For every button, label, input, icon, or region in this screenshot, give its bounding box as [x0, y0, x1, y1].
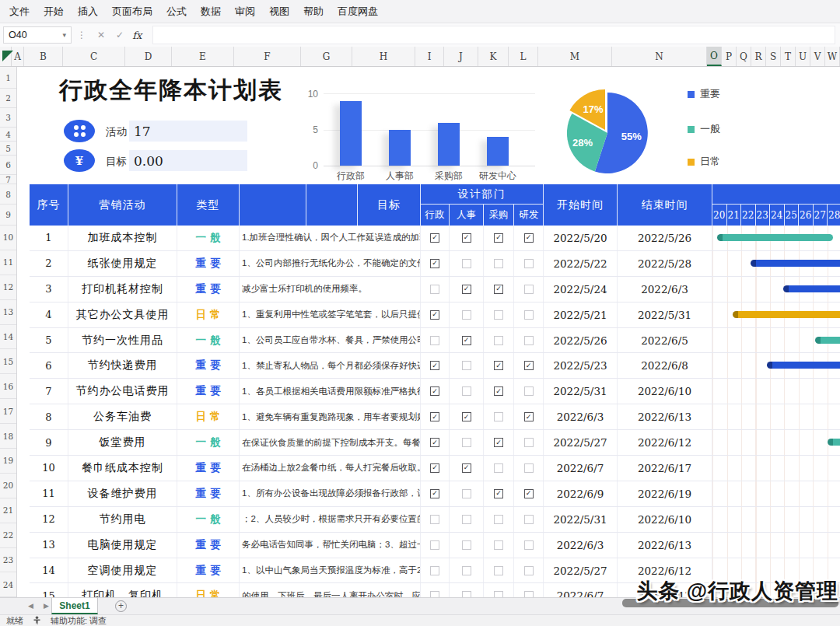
cell-dept-采购[interactable]: ✓ [484, 481, 514, 506]
cell-activity[interactable]: 餐巾纸成本控制 [68, 456, 177, 481]
cell-end-date[interactable]: 2022/6/3 [618, 277, 712, 302]
cell-goal-description[interactable]: 在保证伙食质量的前提下控制成本开支。每餐前统 [240, 430, 421, 455]
checkbox-unchecked[interactable] [430, 336, 439, 345]
row-header-11[interactable]: 11 [0, 250, 16, 275]
column-header-A[interactable]: A [12, 47, 24, 66]
checkbox-unchecked[interactable] [494, 336, 503, 345]
cell-dept-行政[interactable]: ✓ [421, 303, 450, 327]
cell-type[interactable]: 日常 [177, 303, 240, 327]
cell-activity[interactable]: 节约用电 [68, 507, 177, 532]
cancel-icon[interactable]: ✕ [97, 30, 105, 40]
row-header-18[interactable]: 18 [0, 424, 16, 449]
column-header-O[interactable]: O [707, 47, 722, 66]
checkbox-checked[interactable]: ✓ [494, 233, 503, 243]
checkbox-checked[interactable]: ✓ [494, 285, 503, 294]
menu-item-页面布局[interactable]: 页面布局 [112, 5, 152, 19]
cell-dept-采购[interactable] [484, 507, 514, 532]
cell-dept-采购[interactable] [484, 251, 514, 276]
cell-goal-description[interactable]: 1、重复利用中性笔或签字笔笔套，以后只提供笔芯 [240, 303, 421, 327]
menu-item-帮助[interactable]: 帮助 [303, 5, 324, 19]
cell-dept-研发[interactable] [514, 558, 544, 583]
cell-seq[interactable]: 14 [30, 558, 68, 583]
cell-dept-采购[interactable]: ✓ [484, 430, 514, 455]
cell-goal-description[interactable]: 1、公司员工应自带水杯、餐具，严禁使用公司一次 [240, 328, 421, 353]
cell-dept-采购[interactable] [484, 303, 514, 327]
cell-dept-采购[interactable]: ✓ [484, 379, 514, 404]
checkbox-unchecked[interactable] [524, 540, 534, 550]
cell-end-date[interactable]: 2022/6/8 [618, 353, 712, 378]
cell-seq[interactable]: 10 [30, 456, 68, 481]
checkbox-unchecked[interactable] [524, 259, 534, 268]
cell-goal-description[interactable]: ；2、人员较少时，根据需求只开有必要位置的照明 [240, 507, 421, 532]
cell-dept-人事[interactable]: ✓ [450, 277, 484, 302]
checkbox-unchecked[interactable] [494, 259, 503, 268]
column-header-Q[interactable]: Q [737, 47, 751, 66]
cell-seq[interactable]: 13 [30, 533, 68, 558]
cell-dept-研发[interactable] [514, 533, 544, 558]
row-header-22[interactable]: 22 [0, 523, 16, 548]
cell-dept-研发[interactable]: ✓ [514, 481, 544, 506]
cell-dept-采购[interactable]: ✓ [484, 277, 514, 302]
cell-goal-description[interactable]: 1、公司内部推行无纸化办公，不能确定的文件多份 [240, 251, 421, 276]
checkbox-checked[interactable]: ✓ [430, 489, 439, 498]
cell-type[interactable]: 重要 [177, 277, 240, 302]
column-header-D[interactable]: D [125, 47, 172, 66]
cell-start-date[interactable]: 2022/5/24 [544, 277, 618, 302]
row-header-17[interactable]: 17 [0, 399, 16, 424]
checkbox-checked[interactable]: ✓ [430, 361, 439, 370]
column-header-L[interactable]: L [509, 47, 538, 66]
column-header-U[interactable]: U [796, 47, 810, 66]
cell-activity[interactable]: 空调使用规定 [68, 558, 177, 583]
cell-activity[interactable]: 纸张使用规定 [68, 251, 177, 276]
cell-goal-description[interactable]: 1、避免车辆有重复跑路现象，用车者要规划好自己 [240, 404, 421, 429]
checkbox-unchecked[interactable] [462, 386, 471, 396]
cell-seq[interactable]: 4 [30, 303, 68, 327]
row-header-13[interactable]: 13 [0, 300, 16, 325]
cell-dept-行政[interactable]: ✓ [421, 379, 450, 404]
cell-dept-人事[interactable] [450, 507, 484, 532]
menu-item-审阅[interactable]: 审阅 [235, 5, 255, 19]
cell-dept-人事[interactable] [450, 251, 484, 276]
row-header-23[interactable]: 23 [0, 548, 16, 573]
cell-start-date[interactable]: 2022/5/21 [544, 303, 618, 327]
checkbox-checked[interactable]: ✓ [430, 386, 439, 396]
cell-dept-行政[interactable]: ✓ [421, 251, 450, 276]
cell-goal-description[interactable]: 1、各员工根据相关电话费用限额标准严格执行， [240, 379, 421, 404]
row-header-9[interactable]: 9 [0, 205, 16, 226]
column-header-N[interactable]: N [612, 47, 707, 66]
cell-dept-行政[interactable] [421, 507, 450, 532]
cell-goal-description[interactable]: 1、所有办公设备出现故障必须报备行政部，让行政 [240, 481, 421, 506]
cell-seq[interactable]: 8 [30, 404, 68, 429]
row-header-16[interactable]: 16 [0, 374, 16, 399]
checkbox-checked[interactable]: ✓ [430, 463, 439, 473]
checkbox-checked[interactable]: ✓ [494, 438, 503, 447]
cell-start-date[interactable]: 2022/5/23 [544, 353, 618, 378]
cell-dept-人事[interactable] [450, 303, 484, 327]
cell-type[interactable]: 一般 [177, 507, 240, 532]
row-header-4[interactable]: 4 [0, 128, 16, 142]
column-header-C[interactable]: C [63, 47, 125, 66]
checkbox-unchecked[interactable] [462, 540, 471, 550]
checkbox-unchecked[interactable] [462, 515, 471, 524]
cell-activity[interactable]: 节约快递费用 [68, 353, 177, 378]
column-header-T[interactable]: T [781, 47, 796, 66]
cell-type[interactable]: 重要 [177, 379, 240, 404]
checkbox-unchecked[interactable] [462, 566, 471, 575]
cell-dept-人事[interactable]: ✓ [450, 226, 484, 250]
cell-gantt[interactable] [712, 328, 840, 353]
cell-dept-研发[interactable] [514, 328, 544, 353]
cell-end-date[interactable]: 2022/5/28 [618, 251, 712, 276]
checkbox-checked[interactable]: ✓ [430, 259, 439, 268]
checkbox-unchecked[interactable] [462, 361, 471, 370]
cell-dept-研发[interactable]: ✓ [514, 353, 544, 378]
row-header-8[interactable]: 8 [0, 184, 16, 205]
accessibility-status[interactable]: 辅助功能: 调查 [51, 615, 107, 626]
cell-end-date[interactable]: 2022/6/13 [618, 404, 712, 429]
cell-dept-研发[interactable]: ✓ [514, 404, 544, 429]
checkbox-checked[interactable]: ✓ [524, 233, 534, 243]
cell-dept-人事[interactable]: ✓ [450, 456, 484, 481]
column-header-W[interactable]: W [825, 47, 840, 66]
cell-end-date[interactable]: 2022/6/10 [618, 379, 712, 404]
checkbox-unchecked[interactable] [462, 259, 471, 268]
cell-gantt[interactable] [712, 456, 840, 481]
